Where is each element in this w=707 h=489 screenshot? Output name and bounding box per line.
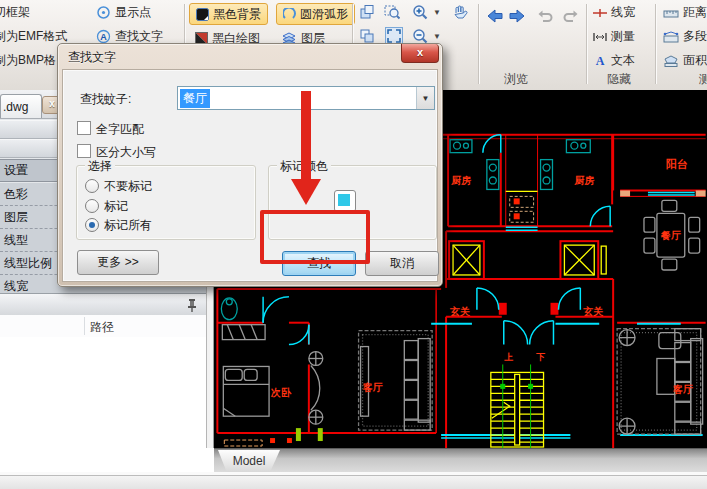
forward-arrow-icon: [508, 8, 526, 24]
dwg-document-tab[interactable]: .dwg: [0, 94, 42, 118]
copy-view-icon: [359, 4, 375, 20]
status-bar: [0, 475, 707, 489]
mark-color-swatch: [338, 194, 350, 206]
menu-item-copy-emf[interactable]: 制为EMF格式: [0, 28, 67, 45]
mark-color-button[interactable]: [334, 190, 356, 212]
measure-area-label: 面积: [683, 52, 707, 69]
zoom-out-icon: [412, 28, 428, 44]
dialog-title: 查找文字: [68, 49, 116, 66]
mark-label: 标记: [104, 198, 128, 215]
forward-button[interactable]: [508, 8, 526, 24]
annotation-highlight-rect: [260, 210, 370, 264]
zoom-out-button[interactable]: ▼: [412, 28, 441, 44]
crop-frame-label: 切框架: [0, 4, 30, 21]
dwg-tab-label: .dwg: [3, 100, 28, 114]
area-icon: [663, 55, 679, 67]
sidebar-item-label: 线宽: [4, 278, 28, 295]
distance-icon: [663, 7, 679, 19]
mark-radio[interactable]: [85, 199, 99, 213]
label-stair-up: 上: [503, 352, 513, 362]
zoom-window-icon: [384, 4, 400, 20]
sidebar-item-label: 线型: [4, 232, 28, 249]
sidebar-item-label: 色彩: [4, 186, 28, 203]
match-case-checkbox[interactable]: [77, 144, 91, 158]
file-list-area[interactable]: [0, 337, 206, 475]
dialog-close-button[interactable]: x: [401, 44, 439, 63]
cancel-button[interactable]: 取消: [365, 251, 439, 276]
display-point-icon: [96, 5, 111, 20]
svg-text:A: A: [100, 32, 107, 42]
zoom-in-caret[interactable]: ▼: [433, 8, 441, 17]
find-text-dialog: 查找文字 x 查找蚊子: 餐厅 ▼ 全字匹配 区分大小写 选择 不要标记 标记 …: [57, 43, 443, 287]
redo-button[interactable]: [562, 8, 580, 24]
group-label-hide: 隐藏: [593, 71, 645, 88]
black-background-label: 黑色背景: [213, 6, 261, 23]
label-kitchen-a: 厨房: [450, 175, 471, 186]
find-text-icon: A: [96, 29, 111, 44]
dialog-body: 查找蚊子: 餐厅 ▼ 全字匹配 区分大小写 选择 不要标记 标记 标记所有 标记…: [62, 69, 438, 282]
whole-word-label: 全字匹配: [96, 121, 144, 138]
columns: [309, 352, 323, 425]
sofa-right: [617, 329, 703, 434]
copy-emf-label: 制为EMF格式: [0, 28, 67, 45]
pushpin-icon[interactable]: [186, 298, 198, 312]
zoom-out-caret[interactable]: ▼: [433, 32, 441, 41]
application-window: 切框架 制为EMF格式 制为BMP格 显示点 A 查找文字 黑色背景 圆滑弧形 …: [0, 0, 707, 489]
zoom-fit-icon: [387, 29, 401, 43]
label-living-a: 客厅: [362, 382, 384, 393]
no-mark-label: 不要标记: [104, 178, 152, 195]
find-what-label: 查找蚊子:: [80, 91, 131, 108]
measure-area-button[interactable]: 面积: [663, 52, 707, 69]
selection-group-title: 选择: [85, 158, 115, 175]
smooth-arc-icon: [283, 8, 296, 21]
pan-button[interactable]: [452, 4, 468, 20]
measure-distance-label: 距离: [683, 4, 707, 21]
mark-all-radio[interactable]: [85, 218, 99, 232]
more-button[interactable]: 更多 >>: [77, 250, 159, 275]
display-point-button[interactable]: 显示点: [96, 4, 151, 21]
hide-text-label: 文本: [611, 52, 635, 69]
polyline-icon: [663, 31, 679, 43]
undo-icon: [536, 8, 554, 24]
path-column-header[interactable]: 路径: [90, 319, 114, 336]
annotation-arrow: [301, 91, 311, 179]
hide-text-button[interactable]: A 文本: [593, 52, 635, 69]
copy-bmp-label: 制为BMP格: [0, 52, 56, 69]
zoom-window-button[interactable]: [384, 4, 400, 20]
menu-item-crop-frame[interactable]: 切框架: [0, 4, 30, 21]
hide-measure-button[interactable]: 测量: [593, 28, 635, 45]
undo-button[interactable]: [536, 8, 554, 24]
paste-view-button[interactable]: [359, 28, 375, 44]
search-text-value: 餐厅: [180, 89, 210, 108]
measure-polyline-button[interactable]: 多段: [663, 28, 707, 45]
svg-text:A: A: [596, 54, 605, 67]
smooth-arc-label: 圆滑弧形: [300, 6, 348, 23]
pan-hand-icon: [452, 4, 468, 20]
no-mark-radio[interactable]: [85, 179, 99, 193]
measure-icon: [593, 31, 607, 43]
black-background-toggle[interactable]: 黑色背景: [189, 3, 268, 25]
label-bedroom: 次卧: [270, 387, 292, 398]
annotation-arrow-head: [291, 179, 321, 205]
wardrobe: [222, 325, 265, 340]
back-button[interactable]: [486, 8, 504, 24]
panel-header-bar: [0, 293, 206, 317]
hide-linewidth-label: 线宽: [611, 4, 635, 21]
sidebar-item-label: 设置: [4, 162, 28, 179]
label-entry-b: 玄关: [582, 306, 603, 317]
menu-item-copy-bmp[interactable]: 制为BMP格: [0, 52, 56, 69]
hide-linewidth-button[interactable]: 线宽: [593, 4, 635, 21]
zoom-in-icon: [412, 4, 428, 20]
tab-close-icon: x: [49, 98, 55, 109]
measure-distance-button[interactable]: 距离: [663, 4, 707, 21]
black-background-icon: [196, 8, 209, 21]
label-living-b: 客厅: [672, 384, 694, 395]
copy-view-button[interactable]: [359, 4, 375, 20]
whole-word-checkbox[interactable]: [77, 121, 91, 135]
combobox-dropdown-icon[interactable]: ▼: [416, 87, 434, 109]
smooth-arc-toggle[interactable]: 圆滑弧形: [276, 3, 355, 25]
label-kitchen-b: 厨房: [573, 175, 594, 186]
zoom-in-button[interactable]: ▼: [412, 4, 441, 20]
sidebar-item-label: 线型比例: [4, 255, 52, 272]
model-tab[interactable]: Model: [218, 450, 280, 472]
